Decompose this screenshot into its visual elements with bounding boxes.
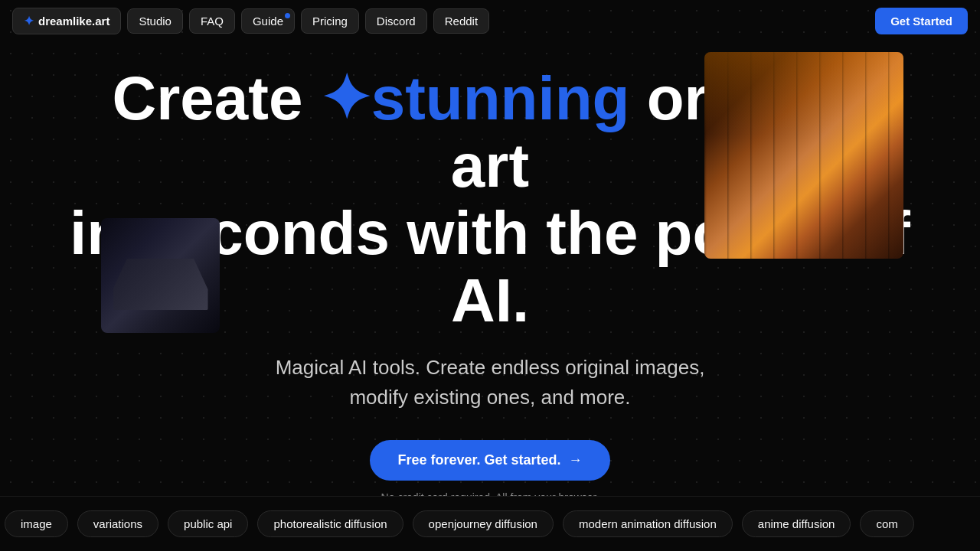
nav-pricing[interactable]: Pricing bbox=[301, 8, 359, 34]
tags-strip: image variations public api photorealist… bbox=[0, 496, 980, 551]
hero-image-car bbox=[101, 218, 220, 333]
nav-discord[interactable]: Discord bbox=[365, 8, 427, 34]
logo-button[interactable]: ✦ dreamlike.art bbox=[12, 8, 121, 34]
nav-reddit[interactable]: Reddit bbox=[433, 8, 489, 34]
car-image-visual bbox=[101, 218, 220, 333]
nav-faq[interactable]: FAQ bbox=[189, 8, 235, 34]
tag-openjourney[interactable]: openjourney diffusion bbox=[413, 510, 554, 537]
tag-com[interactable]: com bbox=[860, 510, 913, 537]
hero-subtitle-line1: Magical AI tools. Create endless origina… bbox=[276, 356, 705, 379]
street-image-visual bbox=[704, 52, 903, 259]
hero-image-street bbox=[704, 52, 903, 259]
nav-studio[interactable]: Studio bbox=[127, 8, 183, 34]
hero-subtitle-line2: modify existing ones, and more. bbox=[349, 386, 630, 409]
logo-icon: ✦ bbox=[24, 14, 34, 28]
hero-cta-button[interactable]: Free forever. Get started. → bbox=[370, 440, 609, 481]
hero-cta-label: Free forever. Get started. bbox=[397, 452, 560, 468]
tag-public-api[interactable]: public api bbox=[168, 510, 248, 537]
nav-guide[interactable]: Guide bbox=[241, 8, 295, 34]
tag-photorealistic[interactable]: photorealistic diffusion bbox=[257, 510, 403, 537]
tag-modern-animation[interactable]: modern animation diffusion bbox=[563, 510, 733, 537]
tag-variations[interactable]: variations bbox=[77, 510, 158, 537]
hero-cta-area: Free forever. Get started. → bbox=[370, 440, 609, 481]
hero-title-highlight: stunning bbox=[371, 64, 630, 132]
tag-anime[interactable]: anime diffusion bbox=[742, 510, 851, 537]
hero-title-part1: Create bbox=[112, 64, 319, 132]
tag-image[interactable]: image bbox=[5, 510, 68, 537]
logo-label: dreamlike.art bbox=[38, 15, 109, 28]
hero-title-icon: ✦ bbox=[320, 64, 371, 132]
arrow-icon: → bbox=[569, 452, 583, 468]
navbar: ✦ dreamlike.art Studio FAQ Guide Pricing… bbox=[0, 0, 980, 42]
hero-subtitle: Magical AI tools. Create endless origina… bbox=[276, 353, 705, 412]
get-started-button[interactable]: Get Started bbox=[875, 8, 968, 34]
